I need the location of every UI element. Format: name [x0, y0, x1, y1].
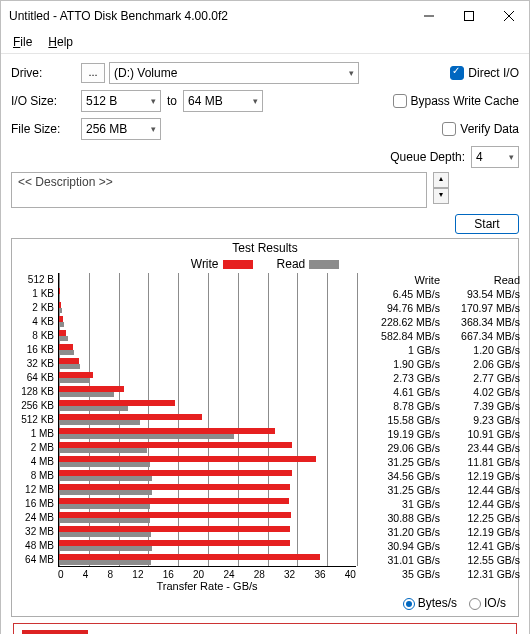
file-size-select[interactable]: 256 MB▾ [81, 118, 161, 140]
menu-file[interactable]: File [7, 33, 38, 51]
y-tick-label: 4 KB [16, 315, 56, 329]
data-row: 8.78 GB/s7.39 GB/s [360, 399, 520, 413]
app-window: Untitled - ATTO Disk Benchmark 4.00.0f2 … [0, 0, 530, 634]
data-row: 34.56 GB/s12.19 GB/s [360, 469, 520, 483]
bar-pair [59, 441, 356, 455]
drive-label: Drive: [11, 66, 81, 80]
description-spin[interactable]: ▴▾ [433, 172, 449, 204]
bar-pair [59, 539, 356, 553]
bar-pair [59, 511, 356, 525]
read-value: 2.06 GB/s [440, 357, 520, 371]
read-bar [59, 532, 151, 537]
read-bar [59, 546, 152, 551]
minimize-button[interactable] [409, 1, 449, 31]
data-row: 1.90 GB/s2.06 GB/s [360, 357, 520, 371]
bar-pair [59, 343, 356, 357]
direct-io-checkbox[interactable] [450, 66, 464, 80]
spin-up-icon[interactable]: ▴ [433, 172, 449, 188]
x-tick-label: 12 [132, 569, 143, 580]
bar-pair [59, 469, 356, 483]
menubar: File Help [1, 31, 529, 54]
y-tick-label: 1 KB [16, 287, 56, 301]
bar-pair [59, 483, 356, 497]
bar-pair [59, 553, 356, 567]
read-bar [59, 490, 152, 495]
footer-banner[interactable]: ATTO Storage and Network Connectivity Ex… [13, 623, 517, 634]
write-value: 19.19 GB/s [360, 427, 440, 441]
read-bar [59, 420, 140, 425]
bytes-label: Bytes/s [418, 596, 457, 610]
bar-pair [59, 455, 356, 469]
read-value: 12.55 GB/s [440, 553, 520, 567]
write-value: 1 GB/s [360, 343, 440, 357]
write-value: 2.73 GB/s [360, 371, 440, 385]
write-value: 34.56 GB/s [360, 469, 440, 483]
read-bar [59, 336, 68, 341]
drive-select[interactable]: (D:) Volume▾ [109, 62, 359, 84]
data-row: 15.58 GB/s9.23 GB/s [360, 413, 520, 427]
read-value: 12.41 GB/s [440, 539, 520, 553]
atto-logo: ATTO [22, 630, 88, 634]
write-value: 15.58 GB/s [360, 413, 440, 427]
write-value: 8.78 GB/s [360, 399, 440, 413]
y-tick-label: 512 KB [16, 413, 56, 427]
legend-write-label: Write [191, 257, 219, 271]
y-tick-label: 16 KB [16, 343, 56, 357]
data-row: 35 GB/s12.31 GB/s [360, 567, 520, 581]
io-from-select[interactable]: 512 B▾ [81, 90, 161, 112]
read-value: 9.23 GB/s [440, 413, 520, 427]
write-value: 4.61 GB/s [360, 385, 440, 399]
y-tick-label: 16 MB [16, 497, 56, 511]
bar-pair [59, 413, 356, 427]
data-row: 94.76 MB/s170.97 MB/s [360, 301, 520, 315]
write-value: 35 GB/s [360, 567, 440, 581]
read-value: 170.97 MB/s [440, 301, 520, 315]
y-tick-label: 12 MB [16, 483, 56, 497]
read-swatch-icon [309, 260, 339, 269]
col-read-header: Read [440, 273, 520, 287]
io-to-select[interactable]: 64 MB▾ [183, 90, 263, 112]
write-value: 30.94 GB/s [360, 539, 440, 553]
footer-line1: Storage and Network Connectivity Experts [100, 631, 508, 635]
bar-pair [59, 315, 356, 329]
bar-pair [59, 301, 356, 315]
x-axis-title: Transfer Rate - GB/s [58, 580, 356, 592]
read-value: 12.19 GB/s [440, 525, 520, 539]
io-to-label: to [161, 94, 183, 108]
bypass-checkbox[interactable] [393, 94, 407, 108]
verify-checkbox[interactable] [442, 122, 456, 136]
file-size-label: File Size: [11, 122, 81, 136]
read-bar [59, 364, 80, 369]
maximize-button[interactable] [449, 1, 489, 31]
x-tick-label: 8 [108, 569, 114, 580]
read-value: 10.91 GB/s [440, 427, 520, 441]
read-bar [59, 322, 64, 327]
read-value: 12.25 GB/s [440, 511, 520, 525]
write-value: 31.20 GB/s [360, 525, 440, 539]
spin-down-icon[interactable]: ▾ [433, 188, 449, 204]
data-row: 19.19 GB/s10.91 GB/s [360, 427, 520, 441]
close-button[interactable] [489, 1, 529, 31]
write-value: 6.45 MB/s [360, 287, 440, 301]
data-row: 30.94 GB/s12.41 GB/s [360, 539, 520, 553]
read-bar [59, 476, 152, 481]
data-row: 1 GB/s1.20 GB/s [360, 343, 520, 357]
bar-pair [59, 385, 356, 399]
x-tick-label: 0 [58, 569, 64, 580]
write-value: 31.25 GB/s [360, 455, 440, 469]
bytes-radio[interactable] [403, 598, 415, 610]
bar-pair [59, 525, 356, 539]
drive-browse-button[interactable]: ... [81, 63, 105, 83]
queue-depth-select[interactable]: 4▾ [471, 146, 519, 168]
menu-help[interactable]: Help [42, 33, 79, 51]
bar-pair [59, 497, 356, 511]
start-button[interactable]: Start [455, 214, 519, 234]
ios-radio[interactable] [469, 598, 481, 610]
ios-label: IO/s [484, 596, 506, 610]
write-value: 30.88 GB/s [360, 511, 440, 525]
y-tick-label: 2 KB [16, 301, 56, 315]
data-row: 4.61 GB/s4.02 GB/s [360, 385, 520, 399]
data-row: 30.88 GB/s12.25 GB/s [360, 511, 520, 525]
data-row: 2.73 GB/s2.77 GB/s [360, 371, 520, 385]
description-input[interactable]: << Description >> [11, 172, 427, 208]
